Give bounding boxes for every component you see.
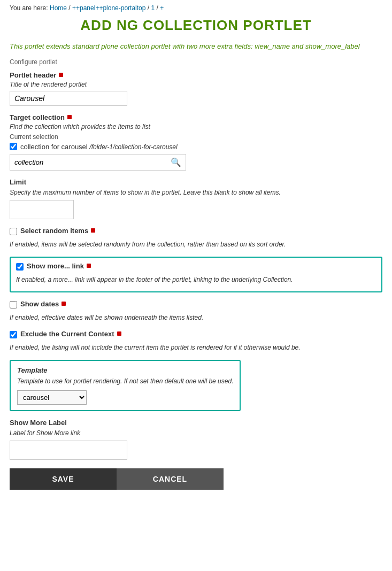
breadcrumb-home[interactable]: Home (50, 4, 67, 12)
required-indicator (59, 73, 63, 77)
exclude-current-hint: If enabled, the listing will not include… (10, 343, 382, 352)
select-random-checkbox[interactable] (10, 228, 17, 235)
show-dates-checkbox[interactable] (10, 301, 17, 308)
target-collection-label: Target collection (10, 113, 382, 121)
target-collection-section: Target collection Find the collection wh… (10, 113, 382, 171)
collection-search-input[interactable] (10, 155, 166, 169)
show-dates-label: Show dates (20, 300, 66, 308)
select-random-section: Select random items If enabled, items wi… (10, 227, 382, 249)
required-indicator-exclude (117, 331, 121, 336)
template-select[interactable]: carousel default summary (17, 390, 87, 405)
page-title: ADD NG COLLECTION PORTLET (10, 17, 382, 34)
required-indicator-show-more (87, 264, 91, 268)
show-dates-section: Show dates If enabled, effective dates w… (10, 300, 382, 322)
select-random-label: Select random items (20, 227, 95, 235)
page-description: This portlet extends standard plone coll… (10, 41, 382, 52)
show-more-link-section: Show more... link If enabled, a more... … (10, 257, 382, 292)
breadcrumb-prefix: You are here: (10, 4, 48, 12)
target-collection-hint: Find the collection which provides the i… (10, 123, 382, 130)
show-more-label-section: Show More Label Label for Show More link (10, 419, 382, 460)
current-collection-checkbox[interactable] (10, 143, 17, 150)
exclude-current-label: Exclude the Current Context (20, 330, 121, 338)
show-more-link-label: Show more... link (27, 262, 91, 270)
show-more-label-heading: Show More Label (10, 419, 382, 427)
current-collection-name: collection for carousel /folder-1/collec… (20, 143, 178, 151)
exclude-current-checkbox[interactable] (10, 331, 17, 338)
breadcrumb-panel[interactable]: ++panel++plone-portaltop (72, 4, 145, 12)
configure-label: Configure portlet (10, 58, 382, 66)
show-more-link-hint: If enabled, a more... link will appear i… (16, 275, 376, 284)
show-dates-hint: If enabled, effective dates will be show… (10, 313, 382, 322)
required-indicator-show-dates (62, 302, 66, 306)
show-more-link-row: Show more... link (16, 262, 376, 272)
limit-section: Limit Specify the maximum number of item… (10, 178, 382, 219)
save-button[interactable]: SAVE (10, 468, 117, 490)
current-selection-label: Current selection (10, 133, 382, 141)
show-more-label-hint: Label for Show More link (10, 428, 382, 438)
portlet-header-hint: Title of the rendered portlet (10, 81, 382, 88)
limit-label: Limit (10, 178, 382, 186)
breadcrumb-plus[interactable]: + (160, 4, 164, 12)
current-collection-row: collection for carousel /folder-1/collec… (10, 143, 382, 151)
button-row: SAVE CANCEL (10, 468, 382, 490)
limit-input[interactable] (10, 200, 74, 219)
portlet-header-input[interactable] (10, 91, 127, 106)
required-indicator-collection (67, 115, 72, 119)
show-more-link-checkbox[interactable] (16, 263, 24, 271)
exclude-current-row: Exclude the Current Context (10, 330, 382, 339)
collection-search-button[interactable]: 🔍 (166, 155, 186, 170)
cancel-button[interactable]: CANCEL (117, 468, 224, 490)
breadcrumb-one[interactable]: 1 (151, 4, 155, 12)
select-random-hint: If enabled, items will be selected rando… (10, 240, 382, 249)
template-hint: Template to use for portlet rendering. I… (17, 376, 233, 386)
template-label: Template (17, 366, 233, 374)
portlet-header-label: Portlet header (10, 71, 382, 79)
limit-hint: Specify the maximum number of items to s… (10, 188, 382, 197)
breadcrumb: You are here: Home / ++panel++plone-port… (10, 0, 382, 17)
show-dates-row: Show dates (10, 300, 382, 310)
collection-search-box: 🔍 (10, 154, 186, 171)
show-more-label-input[interactable] (10, 441, 127, 460)
portlet-header-section: Portlet header Title of the rendered por… (10, 71, 382, 106)
template-section: Template Template to use for portlet ren… (10, 360, 241, 411)
required-indicator-random (91, 228, 95, 233)
select-random-row: Select random items (10, 227, 382, 236)
exclude-current-section: Exclude the Current Context If enabled, … (10, 330, 382, 352)
